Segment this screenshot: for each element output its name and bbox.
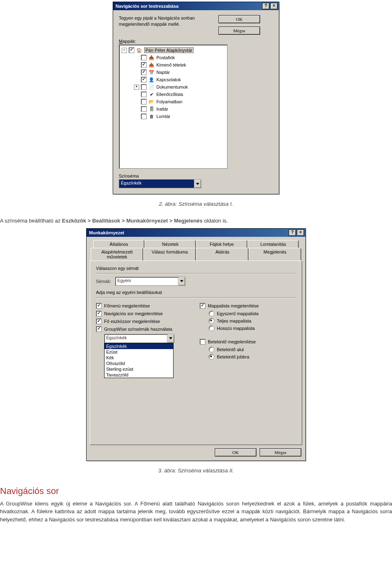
option-check[interactable]: Betekintő megjelenítése xyxy=(200,339,296,345)
checkbox[interactable]: ✓ xyxy=(141,77,147,82)
close-icon[interactable]: × xyxy=(297,229,304,236)
ok-button[interactable]: OK xyxy=(218,15,260,23)
tree-item-label: Lomtár xyxy=(156,114,170,119)
checkbox[interactable] xyxy=(141,91,147,97)
expand-icon[interactable]: − xyxy=(122,48,127,53)
checkbox[interactable]: ✓ xyxy=(96,326,102,332)
tree-item[interactable]: ✓📅Naptár xyxy=(121,69,227,76)
tab[interactable]: Alapértelmezett műveletek xyxy=(91,248,143,260)
checkbox[interactable] xyxy=(141,55,147,60)
checkbox[interactable]: ✓ xyxy=(200,303,205,309)
cancel-button[interactable]: Mégse xyxy=(218,27,260,35)
option-check[interactable]: ✓GroupWise színsémák használata xyxy=(96,326,192,332)
checkbox[interactable] xyxy=(141,106,147,112)
folder-icon: 📅 xyxy=(148,69,155,75)
scheme-combo[interactable]: Égszínkék xyxy=(119,179,201,188)
tree-item-label: Kapcsolatok xyxy=(156,77,181,82)
radio[interactable] xyxy=(209,311,214,316)
checkbox[interactable]: ✓ xyxy=(129,47,134,53)
checkbox[interactable] xyxy=(141,99,147,105)
schemes-label: Sémák: xyxy=(96,279,111,284)
cancel-button[interactable]: Mégse xyxy=(260,448,301,456)
dlg1-titlebar[interactable]: Navigációs sor testreszabása ? × xyxy=(113,2,279,10)
option-radio[interactable]: Teljes mappalista xyxy=(209,318,296,324)
folder-icon: 📂 xyxy=(148,99,155,105)
checkbox[interactable]: ✓ xyxy=(96,303,102,309)
dropdown-option[interactable]: Olívazöld xyxy=(105,361,173,366)
tree-item-label: Naptár xyxy=(156,70,170,75)
tree-item-label: Pán Péter Alapkönyvtár xyxy=(144,47,194,53)
group-custom-settings: Adja meg az egyéni beállításokat xyxy=(96,290,296,295)
help-icon[interactable]: ? xyxy=(289,229,296,236)
option-check[interactable]: ✓Fő eszközsor megjelenítése xyxy=(96,318,192,324)
tab[interactable]: Lomtalanítás xyxy=(247,240,299,248)
option-radio[interactable]: Betekintő alul xyxy=(209,347,296,352)
folder-icon: 🏠 xyxy=(136,47,143,53)
tree-item-label: Dokumentumok xyxy=(156,85,188,89)
option-radio[interactable]: Betekintő jobbra xyxy=(209,354,296,360)
tree-item[interactable]: ✓👤Kapcsolatok xyxy=(121,76,227,83)
close-icon[interactable]: × xyxy=(270,3,278,9)
tree-item[interactable]: +📄Dokumentumok xyxy=(121,83,227,91)
tab[interactable]: Nézetek xyxy=(145,240,196,248)
tab[interactable]: Általános xyxy=(93,240,145,248)
schemes-combo-value: Egyéni xyxy=(116,277,178,285)
folder-icon: 📄 xyxy=(148,84,155,90)
dropdown-option[interactable]: Kék xyxy=(105,355,173,361)
tree-item[interactable]: −✓🏠Pán Péter Alapkönyvtár xyxy=(121,47,227,54)
environment-dialog: Munkakörnyezet ? × ÁltalánosNézetekFájlo… xyxy=(86,228,306,461)
color-scheme-dropdown[interactable]: ÉgszínkékEzüstKékOlívazöldSterling ezüst… xyxy=(104,343,174,378)
checkbox[interactable]: ✓ xyxy=(141,69,147,75)
dropdown-option[interactable]: Tavaszzöld xyxy=(105,372,173,378)
tab[interactable]: Válasz formátuma xyxy=(143,248,196,260)
tab[interactable]: Aláírás xyxy=(196,248,249,260)
option-radio[interactable]: Egyszerű mappalista xyxy=(209,311,296,316)
dlg1-title: Navigációs sor testreszabása xyxy=(116,4,178,9)
tree-item[interactable]: 🗄Irattár xyxy=(121,105,227,113)
tab[interactable]: Fájlok helye xyxy=(196,240,247,248)
option-check[interactable]: ✓Mappalista megjelenítése xyxy=(200,303,296,309)
figure-caption-2: 3. ábra: Színséma választása II. xyxy=(0,467,392,474)
radio[interactable] xyxy=(209,347,214,352)
help-icon[interactable]: ? xyxy=(262,3,270,9)
radio[interactable] xyxy=(209,325,214,331)
ok-button[interactable]: OK xyxy=(215,448,256,456)
folders-tree[interactable]: −✓🏠Pán Péter Alapkönyvtár📥Postafiók✓📤Kim… xyxy=(119,45,227,169)
radio[interactable] xyxy=(209,318,214,324)
color-scheme-combo[interactable]: Égszínkék xyxy=(104,334,174,343)
tree-item[interactable]: 🗑Lomtár xyxy=(121,113,227,120)
option-check[interactable]: ✓Navigációs sor megjelenítése xyxy=(96,311,192,316)
radio[interactable] xyxy=(209,354,214,360)
checkbox[interactable] xyxy=(141,114,147,119)
option-label: Mappalista megjelenítése xyxy=(208,303,259,308)
option-label: GroupWise színsémák használata xyxy=(104,327,172,332)
tree-item-label: Postafiók xyxy=(156,55,175,60)
folder-icon: 👤 xyxy=(148,77,155,82)
checkbox[interactable]: ✓ xyxy=(141,62,147,68)
dropdown-option[interactable]: Ezüst xyxy=(105,349,173,355)
folder-icon: 📤 xyxy=(148,62,155,68)
checkbox[interactable] xyxy=(141,84,147,90)
chevron-down-icon[interactable] xyxy=(167,334,174,343)
tab[interactable]: Megjelenés xyxy=(249,248,301,260)
dropdown-option[interactable]: Sterling ezüst xyxy=(105,366,173,372)
dropdown-option[interactable]: Égszínkék xyxy=(105,343,173,349)
option-radio[interactable]: Hosszú mappalista xyxy=(209,325,296,331)
schemes-combo[interactable]: Egyéni xyxy=(115,277,185,286)
chevron-down-icon[interactable] xyxy=(178,277,185,285)
checkbox[interactable]: ✓ xyxy=(96,311,102,316)
scheme-combo-value: Égszínkék xyxy=(119,180,194,188)
option-label: Főmenü megjelenítése xyxy=(104,303,150,308)
checkbox[interactable]: ✓ xyxy=(96,318,102,324)
tree-item[interactable]: 📂Folyamatban xyxy=(121,98,227,105)
chevron-down-icon[interactable] xyxy=(194,180,201,188)
option-check[interactable]: ✓Főmenü megjelenítése xyxy=(96,303,192,309)
tree-item[interactable]: ✔Ellenőrzőlista xyxy=(121,91,227,98)
tree-item[interactable]: ✓📤Kimenő tételek xyxy=(121,61,227,69)
expand-icon[interactable]: + xyxy=(134,85,139,90)
checkbox[interactable] xyxy=(200,339,205,345)
option-label: Fő eszközsor megjelenítése xyxy=(104,319,160,324)
option-label: Navigációs sor megjelenítése xyxy=(104,311,163,316)
tree-item[interactable]: 📥Postafiók xyxy=(121,54,227,61)
dlg2-titlebar[interactable]: Munkakörnyezet ? × xyxy=(87,229,305,237)
